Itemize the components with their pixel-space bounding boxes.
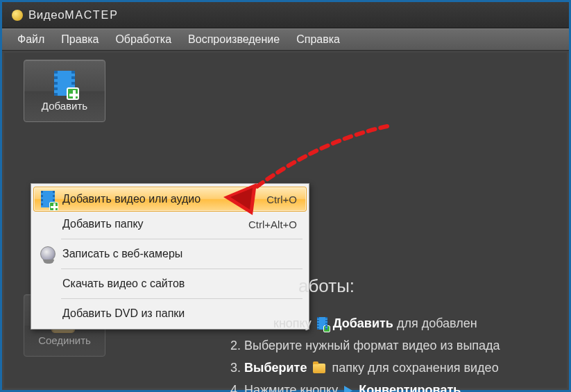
menu-process[interactable]: Обработка [107,31,180,49]
app-title: ВидеоМАСТЕР [28,8,119,22]
webcam-icon [40,246,56,262]
ctx-separator [61,269,302,269]
play-icon [344,386,352,392]
ctx-separator [61,239,302,239]
film-plus-icon [54,71,75,96]
instruction-line-3: 3. Выберите папку для сохранения видео [230,357,567,379]
menu-help[interactable]: Справка [288,31,348,49]
join-button-label: Соединить [38,334,91,346]
menu-file[interactable]: Файл [9,31,53,49]
ctx-add-video-audio[interactable]: Добавить видео или аудио Ctrl+O [33,187,307,212]
instruction-line-1: кнопку Добавить для добавлен [273,312,567,334]
instructions-panel: аботы: кнопку Добавить для добавлен 2. В… [230,275,567,392]
add-button[interactable]: Добавить [24,60,105,122]
instructions-heading: аботы: [298,275,567,297]
menu-bar: Файл Правка Обработка Воспроизведение Сп… [2,28,569,51]
ctx-item-shortcut: Ctrl+O [266,194,302,205]
film-plus-icon [317,317,327,330]
app-icon [12,10,23,21]
instruction-line-4: 4. Нажмите кнопку Конвертировать [230,379,567,392]
folder-icon [313,364,325,373]
ctx-add-folder[interactable]: Добавить папку Ctrl+Alt+O [33,212,307,237]
ctx-item-label: Добавить видео или аудио [60,193,266,205]
app-window: ВидеоМАСТЕР Файл Правка Обработка Воспро… [0,0,571,392]
film-plus-icon [41,191,55,207]
menu-playback[interactable]: Воспроизведение [180,31,288,49]
app-title-part1: Видео [28,8,65,22]
ctx-record-webcam[interactable]: Записать с веб-камеры [33,241,307,266]
ctx-item-label: Записать с веб-камеры [60,248,297,260]
main-area: Добавить Соединить Добавить видео или ау… [4,53,567,388]
instruction-line-2: 2. Выберите нужный формат видео из выпад… [230,334,567,357]
add-button-label: Добавить [42,100,87,112]
app-title-part2: МАСТЕР [65,9,119,21]
ctx-item-label: Добавить папку [60,218,248,230]
title-bar: ВидеоМАСТЕР [2,2,569,28]
ctx-item-shortcut: Ctrl+Alt+O [248,219,302,230]
menu-edit[interactable]: Правка [53,31,107,49]
